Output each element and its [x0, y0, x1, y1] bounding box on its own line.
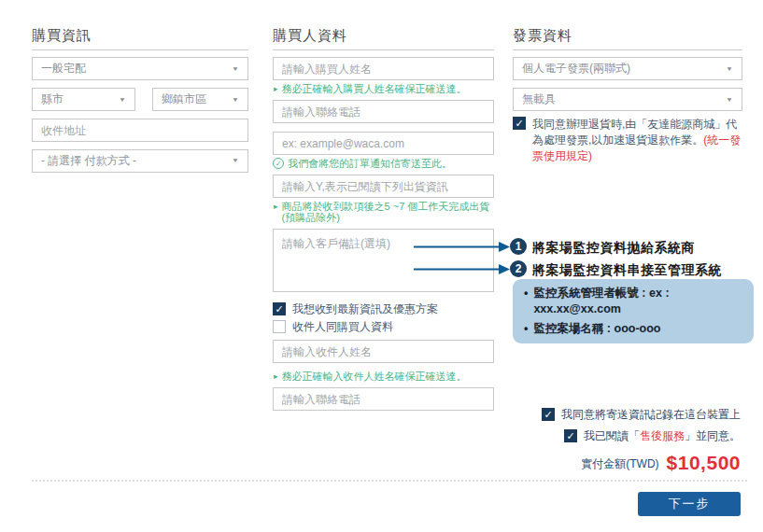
same-as-buyer-checkbox[interactable] [273, 320, 286, 333]
shipping-time-hint: ▸ 商品將於收到款項後之5 ~7 個工作天完成出貨(預購品除外) [273, 202, 494, 223]
newsletter-checkbox[interactable] [273, 302, 286, 315]
carrier-select[interactable]: 無載具 ▼ [513, 88, 742, 111]
step-1-text: 將案場監控資料拋給系統商 [532, 239, 695, 256]
after-sales-service-link[interactable]: 售後服務 [640, 429, 685, 442]
chevron-down-icon: ▼ [232, 65, 239, 72]
confirm-read-input[interactable] [273, 175, 494, 198]
payment-method-select[interactable]: - 請選擇 付款方式 - ▼ [32, 149, 248, 173]
return-agree-checkbox[interactable] [513, 117, 526, 130]
purchase-info-title: 購買資訊 [32, 28, 248, 50]
buyer-info-title: 購買人資料 [273, 28, 494, 50]
buyer-info-section: 購買人資料 ▸ 務必正確輸入購買人姓名確保正確送達。 ✓ 我們會將您的訂單通知信… [273, 28, 494, 411]
step-2-badge: 2 [510, 260, 527, 277]
device-record-row: 我同意將寄送資訊記錄在這台裝置上 [542, 408, 741, 421]
email-hint: ✓ 我們會將您的訂單通知信寄送至此。 [273, 159, 494, 169]
buyer-email-input[interactable] [273, 132, 494, 155]
total-amount-row: 實付金額(TWD) $10,500 [581, 452, 741, 474]
check-circle-icon: ✓ [273, 158, 284, 169]
terms-agree-checkbox[interactable] [564, 429, 577, 442]
district-value: 鄉鎮市區 [162, 91, 206, 107]
district-select[interactable]: 鄉鎮市區 ▼ [152, 88, 248, 111]
device-record-label: 我同意將寄送資訊記錄在這台裝置上 [561, 408, 741, 421]
invoice-info-title: 發票資料 [513, 28, 742, 50]
hint-arrow-icon: ▸ [274, 371, 278, 382]
chevron-down-icon: ▼ [232, 158, 239, 164]
arrow-right-icon [414, 241, 510, 253]
footer-divider [32, 480, 747, 482]
total-amount-label: 實付金額(TWD) [581, 456, 658, 472]
recipient-phone-input[interactable] [273, 387, 494, 411]
address-input[interactable] [32, 119, 248, 142]
chevron-down-icon: ▼ [726, 96, 733, 103]
bullet-icon: • [524, 321, 528, 337]
county-value: 縣市 [41, 91, 64, 107]
monitoring-info-box: • 監控系統管理者帳號 : ex : xxx.xx@xx.com • 監控案場名… [513, 279, 754, 343]
county-select[interactable]: 縣市 ▼ [32, 88, 135, 111]
invoice-info-section: 發票資料 個人電子發票(兩聯式) ▼ 無載具 ▼ 我同意辦理退貨時,由「友達能源… [513, 28, 742, 164]
customer-note-textarea[interactable] [273, 229, 494, 292]
recipient-name-input[interactable] [273, 340, 494, 363]
return-agree-row: 我同意辦理退貨時,由「友達能源商城」代為處理發票,以加速退貨退款作業。(統一發票… [513, 117, 742, 164]
carrier-value: 無載具 [522, 91, 556, 107]
same-as-buyer-row: 收件人同購買人資料 [273, 320, 494, 333]
payment-method-value: - 請選擇 付款方式 - [41, 153, 136, 169]
buyer-phone-input[interactable] [273, 100, 494, 123]
device-record-checkbox[interactable] [542, 408, 555, 421]
step-1-badge: 1 [510, 238, 527, 255]
chevron-down-icon: ▼ [726, 65, 733, 72]
buyer-name-input[interactable] [273, 57, 494, 80]
checkout-page: 購買資訊 一般宅配 ▼ 縣市 ▼ 鄉鎮市區 ▼ - 請選擇 付款方式 - ▼ 購… [0, 0, 763, 532]
step-2-text: 將案場監控資料串接至管理系統 [532, 261, 722, 278]
recipient-name-hint: ▸ 務必正確輸入收件人姓名確保正確送達。 [273, 371, 494, 382]
total-amount-value: $10,500 [667, 452, 741, 474]
hint-arrow-icon: ▸ [274, 202, 278, 212]
terms-agree-label: 我已閱讀「售後服務」並同意。 [584, 429, 741, 442]
arrow-right-icon [414, 263, 510, 275]
next-step-button[interactable]: 下一步 [638, 492, 741, 516]
chevron-down-icon: ▼ [119, 96, 126, 103]
chevron-down-icon: ▼ [232, 96, 239, 103]
newsletter-row: 我想收到最新資訊及優惠方案 [273, 302, 494, 315]
invoice-type-select[interactable]: 個人電子發票(兩聯式) ▼ [513, 57, 742, 80]
newsletter-label: 我想收到最新資訊及優惠方案 [292, 302, 438, 315]
buyer-name-hint: ▸ 務必正確輸入購買人姓名確保正確送達。 [273, 84, 494, 94]
same-as-buyer-label: 收件人同購買人資料 [292, 320, 393, 333]
monitoring-site-bullet: • 監控案場名稱 : ooo-ooo [524, 321, 742, 337]
return-agree-label: 我同意辦理退貨時,由「友達能源商城」代為處理發票,以加速退貨退款作業。(統一發票… [532, 117, 742, 164]
shipping-method-value: 一般宅配 [41, 61, 86, 77]
monitoring-account-bullet: • 監控系統管理者帳號 : ex : xxx.xx@xx.com [524, 286, 742, 317]
invoice-type-value: 個人電子發票(兩聯式) [522, 61, 630, 77]
purchase-info-section: 購買資訊 一般宅配 ▼ 縣市 ▼ 鄉鎮市區 ▼ - 請選擇 付款方式 - ▼ [32, 28, 248, 173]
shipping-method-select[interactable]: 一般宅配 ▼ [32, 57, 248, 80]
bullet-icon: • [524, 286, 528, 301]
hint-arrow-icon: ▸ [274, 84, 278, 94]
terms-agree-row: 我已閱讀「售後服務」並同意。 [564, 429, 741, 442]
